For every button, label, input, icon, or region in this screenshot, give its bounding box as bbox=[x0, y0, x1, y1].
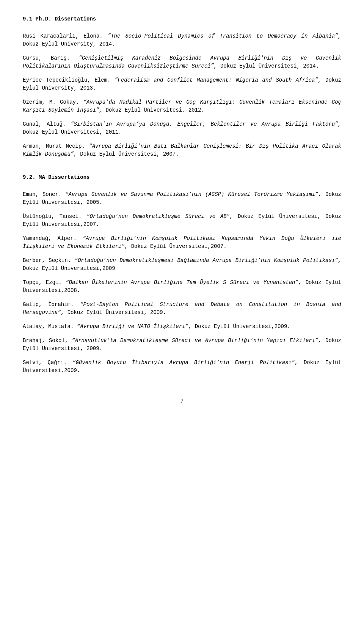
entry-galip-author: Galip, İbrahim. bbox=[23, 301, 74, 307]
entry-ustunoglu-title: “Ortadoğu’nun Demokratikleşme Süreci ve … bbox=[86, 213, 233, 219]
entry-ozerim: Özerim, M. Gökay. “Avrupa’da Radikal Par… bbox=[23, 98, 341, 114]
entry-yamandag-author: Yamandağ, Alper. bbox=[23, 235, 77, 241]
entry-gursu: Gürsu, Barış. “Genişletilmiş Karadeniz B… bbox=[23, 54, 341, 70]
entry-gunal: Günal, Altuğ. “Sırbistan’ın Avrupa’ya Dö… bbox=[23, 120, 341, 136]
entry-berber-institution: Dokuz Eylül Üniversitesi,2009 bbox=[23, 265, 115, 271]
entry-rusi-title: “The Socio-Political Dynamics of Transit… bbox=[108, 33, 341, 39]
entry-topcu-title: “Balkan Ülkelerinin Avrupa Birliğine Tam… bbox=[66, 279, 301, 285]
entry-brahaj: Brahaj, Sokol, “Arnavutluk’ta Demokratik… bbox=[23, 337, 341, 353]
entry-topcu-author: Topçu, Ezgi. bbox=[23, 279, 62, 285]
page-number: 7 bbox=[23, 397, 341, 405]
entry-eman-title: “Avrupa Güvenlik ve Savunma Politikası’n… bbox=[65, 191, 322, 197]
entry-arman-author: Arman, Murat Necip. bbox=[23, 143, 85, 149]
entry-atalay-author: Atalay, Mustafa. bbox=[23, 323, 74, 330]
entry-brahaj-author: Brahaj, Sokol, bbox=[23, 337, 68, 344]
entry-gunal-title: “Sırbistan’ın Avrupa’ya Dönüşü: Engeller… bbox=[71, 121, 341, 127]
entry-gursu-institution: Dokuz Eylül Üniversitesi, 2014. bbox=[220, 63, 319, 69]
entry-eman: Eman, Soner. “Avrupa Güvenlik ve Savunma… bbox=[23, 191, 341, 207]
section1-heading: 9.1 Ph.D. Dissertations bbox=[23, 15, 341, 23]
entry-rusi-author: Rusi Karacalarlı, Elona. bbox=[23, 33, 103, 39]
entry-selvi: Selvi, Çağrı. “Güvenlik Boyutu İtibarıyl… bbox=[23, 359, 341, 375]
entry-atalay-institution: Dokuz Eylül Üniversitesi,2009. bbox=[195, 323, 290, 330]
entry-galip-institution: Dokuz Eylül Üniversitesi, 2009. bbox=[67, 309, 166, 315]
entry-atalay: Atalay, Mustafa. “Avrupa Birliği ve NATO… bbox=[23, 323, 341, 331]
entry-berber: Berber, Seçkin. “Ortadoğu’nun Demokratik… bbox=[23, 257, 341, 273]
section2-heading: 9.2. MA Dissertations bbox=[23, 173, 341, 181]
entry-brahaj-title: “Arnavutluk’ta Demokratikleşme Süreci ve… bbox=[72, 337, 322, 344]
entry-galip: Galip, İbrahim. “Post-Dayton Political S… bbox=[23, 301, 341, 317]
entry-topcu: Topçu, Ezgi. “Balkan Ülkelerinin Avrupa … bbox=[23, 279, 341, 295]
entry-arman-institution: Dokuz Eylül Üniversitesi, 2007. bbox=[80, 151, 179, 157]
entry-selvi-title: “Güvenlik Boyutu İtibarıyla Avrupa Birli… bbox=[72, 360, 298, 366]
entry-gunal-author: Günal, Altuğ. bbox=[23, 121, 66, 127]
entry-ustunoglu: Üstünoğlu, Tansel. “Ortadoğu’nun Demokra… bbox=[23, 213, 341, 229]
entry-berber-author: Berber, Seçkin. bbox=[23, 257, 71, 263]
entry-rusi: Rusi Karacalarlı, Elona. “The Socio-Poli… bbox=[23, 32, 341, 48]
entry-atalay-title: “Avrupa Birliği ve NATO İlişkileri”, bbox=[77, 323, 191, 330]
entry-yamandag-institution: Dokuz Eylül Üniversitesi,2007. bbox=[131, 243, 227, 249]
entry-ozerim-author: Özerim, M. Gökay. bbox=[23, 99, 79, 105]
entry-eman-author: Eman, Soner. bbox=[23, 191, 61, 197]
entry-ustunoglu-author: Üstünoğlu, Tansel. bbox=[23, 213, 82, 219]
entry-rusi-institution: Dokuz Eylül University, 2014. bbox=[23, 41, 115, 47]
entry-eyrice-title: “Federalism and Conflict Management: Nig… bbox=[115, 77, 321, 83]
entry-berber-title: “Ortadoğu’nun Demokratikleşmesi Bağlamın… bbox=[75, 257, 342, 263]
entry-eyrice: Eyrice Tepeciklioğlu, Elem. “Federalism … bbox=[23, 76, 341, 92]
entry-gunal-institution: Dokuz Eylül Üniversitesi, 2011. bbox=[23, 129, 121, 135]
entry-selvi-author: Selvi, Çağrı. bbox=[23, 360, 67, 366]
entry-gursu-author: Gürsu, Barış. bbox=[23, 55, 70, 61]
entry-ozerim-institution: Dokuz Eylül Üniversitesi, 2012. bbox=[105, 107, 204, 113]
entry-eyrice-author: Eyrice Tepeciklioğlu, Elem. bbox=[23, 77, 110, 83]
entry-arman: Arman, Murat Necip. “Avrupa Birliği’nin … bbox=[23, 142, 341, 158]
entry-yamandag: Yamandağ, Alper. “Avrupa Birliği’nin Kom… bbox=[23, 235, 341, 251]
